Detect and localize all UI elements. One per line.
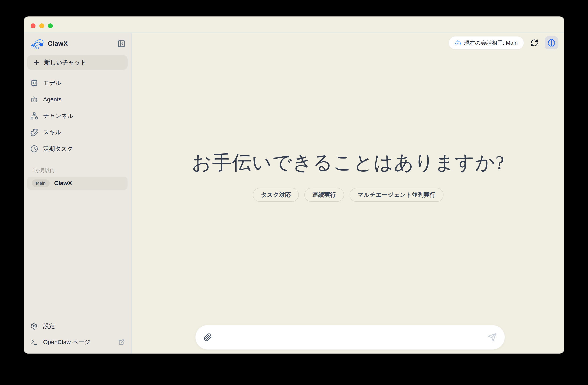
sidebar-item-settings[interactable]: 設定: [24, 318, 131, 334]
sidebar-item-openclaw-page[interactable]: OpenClaw ページ: [24, 334, 131, 350]
clawx-lobster-logo-icon: [31, 38, 45, 50]
greeting-heading: お手伝いできることはありますか?: [132, 149, 564, 176]
close-window-button[interactable]: [31, 23, 36, 28]
new-chat-label: 新しいチャット: [44, 59, 86, 66]
gateway-status-text: ゲートウェイ 接続済み | ポート: 18789 | pid: 69319: [206, 353, 323, 354]
external-link-icon: [119, 339, 125, 345]
bot-icon: [455, 40, 461, 46]
gear-icon: [30, 322, 38, 330]
suggestion-task-support[interactable]: タスク対応: [253, 188, 299, 202]
send-button[interactable]: [488, 333, 497, 342]
attach-file-button[interactable]: [204, 333, 212, 342]
bot-icon: [30, 96, 38, 103]
brain-icon: [547, 39, 555, 47]
zoom-window-button[interactable]: [48, 23, 53, 28]
sidebar-item-agents[interactable]: Agents: [24, 91, 131, 108]
paperclip-icon: [204, 333, 212, 342]
terminal-icon: [30, 338, 38, 346]
sidebar-item-label: スキル: [43, 128, 61, 136]
refresh-button[interactable]: [529, 38, 539, 48]
panel-left-close-icon: [117, 40, 126, 48]
sidebar-item-label: OpenClaw ページ: [43, 338, 90, 346]
sidebar-header: ClawX: [24, 33, 131, 50]
clock-icon: [30, 145, 38, 153]
sidebar: ClawX 新しいチャット: [24, 33, 132, 354]
suggestion-continuous-run[interactable]: 連続実行: [304, 188, 344, 202]
sidebar-item-label: 定期タスク: [43, 145, 73, 153]
sidebar-nav: モデル Agents: [24, 75, 131, 157]
suggestion-pills: タスク対応 連続実行 マルチエージェント並列実行: [132, 188, 564, 202]
app-title: ClawX: [48, 40, 68, 47]
new-chat-button[interactable]: 新しいチャット: [27, 55, 127, 70]
refresh-icon: [530, 39, 538, 47]
chat-history-item[interactable]: Main ClawX: [27, 177, 127, 190]
puzzle-icon: [30, 129, 38, 136]
header-controls: 現在の会話相手: Main: [449, 36, 558, 49]
traffic-lights: [31, 23, 53, 28]
sidebar-item-channels[interactable]: チャンネル: [24, 108, 131, 124]
current-conversation-pill[interactable]: 現在の会話相手: Main: [449, 36, 524, 49]
cpu-icon: [30, 79, 38, 87]
history-section-label: 1か月以内: [24, 167, 131, 174]
sidebar-item-label: モデル: [43, 79, 61, 87]
sidebar-item-label: Agents: [43, 96, 62, 103]
current-conversation-label: 現在の会話相手: Main: [464, 39, 518, 47]
message-input[interactable]: [217, 334, 483, 341]
plus-icon: [33, 59, 40, 66]
sidebar-footer: 設定 OpenClaw ページ: [24, 318, 131, 350]
memory-button[interactable]: [545, 36, 558, 49]
minimize-window-button[interactable]: [39, 23, 44, 28]
sidebar-item-label: チャンネル: [43, 112, 73, 120]
sidebar-collapse-button[interactable]: [117, 40, 126, 48]
sidebar-item-label: 設定: [43, 322, 55, 330]
suggestion-multi-agent-parallel[interactable]: マルチエージェント並列実行: [350, 188, 443, 202]
sidebar-item-models[interactable]: モデル: [24, 75, 131, 91]
app-window: ClawX 新しいチャット: [24, 17, 564, 354]
agent-badge: Main: [32, 180, 50, 187]
gateway-status: ゲートウェイ 接続済み | ポート: 18789 | pid: 69319: [200, 353, 323, 354]
sidebar-item-scheduled-tasks[interactable]: 定期タスク: [24, 141, 131, 157]
sidebar-item-skills[interactable]: スキル: [24, 124, 131, 141]
message-composer: [195, 325, 505, 349]
send-icon: [488, 333, 497, 342]
chat-title: ClawX: [54, 180, 72, 187]
network-icon: [30, 112, 38, 120]
title-bar[interactable]: [24, 17, 564, 33]
